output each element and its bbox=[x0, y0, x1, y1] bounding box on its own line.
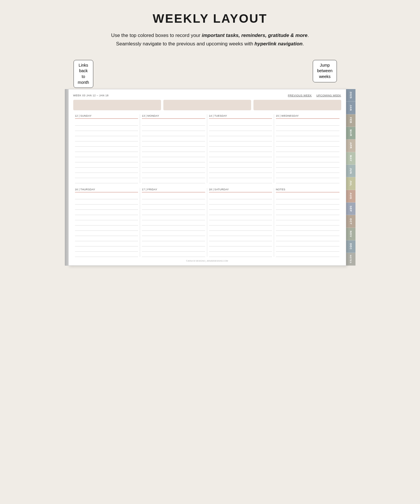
tab-aug[interactable]: AUG bbox=[346, 190, 355, 203]
line bbox=[209, 141, 272, 147]
line bbox=[142, 241, 205, 246]
line bbox=[276, 152, 339, 157]
color-box-2[interactable] bbox=[163, 100, 251, 110]
line bbox=[209, 157, 272, 162]
line bbox=[142, 226, 205, 231]
line bbox=[142, 120, 205, 126]
week-nav: PREVIOUS WEEK UPCOMING WEEK bbox=[288, 94, 341, 97]
line bbox=[209, 220, 272, 226]
right-callout-box: Jump betweenweeks bbox=[313, 60, 337, 82]
day-wednesday: 15 | WEDNESDAY bbox=[274, 114, 341, 183]
line bbox=[75, 162, 138, 168]
description: Use the top colored boxes to record your… bbox=[111, 31, 309, 48]
line bbox=[142, 162, 205, 168]
day-saturday: 18 | SATURDAY bbox=[207, 188, 274, 257]
week-header: WEEK 03 JAN 12 – JAN 18 PREVIOUS WEEK UP… bbox=[73, 94, 341, 97]
week-label[interactable]: WEEK 03 JAN 12 – JAN 18 bbox=[73, 94, 109, 97]
line bbox=[142, 157, 205, 162]
tab-oct[interactable]: OCT bbox=[346, 215, 355, 228]
line bbox=[75, 131, 138, 136]
line bbox=[142, 173, 205, 178]
tab-jan[interactable]: JAN bbox=[346, 102, 355, 114]
tab-apr[interactable]: APR bbox=[346, 139, 355, 152]
line bbox=[209, 131, 272, 136]
line bbox=[209, 241, 272, 246]
color-box-1[interactable] bbox=[73, 100, 161, 110]
tab-dec[interactable]: DEC bbox=[346, 240, 355, 253]
line bbox=[276, 226, 339, 231]
line bbox=[142, 194, 205, 199]
line bbox=[276, 236, 339, 241]
line bbox=[142, 252, 205, 257]
tab-mar[interactable]: MAR bbox=[346, 127, 355, 139]
tab-jul[interactable]: JUL bbox=[346, 177, 355, 190]
notes-column: NOTES bbox=[274, 188, 341, 257]
line bbox=[209, 246, 272, 252]
tab-sep[interactable]: SEP bbox=[346, 203, 355, 215]
line bbox=[142, 136, 205, 141]
tab-nov[interactable]: NOV bbox=[346, 228, 355, 240]
desc-line2: Seamlessly navigate to the previous and … bbox=[116, 41, 304, 47]
planner-main: WEEK 03 JAN 12 – JAN 18 PREVIOUS WEEK UP… bbox=[68, 89, 346, 266]
day-monday-header: 13 | MONDAY bbox=[142, 114, 205, 119]
day-tuesday: 14 | TUESDAY bbox=[207, 114, 274, 183]
line bbox=[209, 152, 272, 157]
line bbox=[209, 168, 272, 173]
day-wednesday-lines bbox=[276, 120, 339, 183]
previous-week-link[interactable]: PREVIOUS WEEK bbox=[288, 94, 312, 97]
line bbox=[142, 126, 205, 131]
day-sunday-header: 12 | SUNDAY bbox=[75, 114, 138, 119]
line bbox=[142, 141, 205, 147]
line bbox=[142, 236, 205, 241]
planner-footer: ©JENA W DESIGNS | JENAWDESIGNS.COM bbox=[73, 260, 341, 262]
line bbox=[75, 168, 138, 173]
line bbox=[142, 168, 205, 173]
notes-lines bbox=[276, 194, 339, 257]
line bbox=[276, 215, 339, 220]
line bbox=[276, 157, 339, 162]
planner-wrapper: WEEK 03 JAN 12 – JAN 18 PREVIOUS WEEK UP… bbox=[65, 89, 355, 266]
day-thursday-header: 16 | THURSDAY bbox=[75, 188, 138, 192]
left-callout-box: Links backto month bbox=[74, 60, 94, 88]
line bbox=[75, 210, 138, 215]
line bbox=[75, 215, 138, 220]
page-container: WEEKLY LAYOUT Use the top colored boxes … bbox=[65, 12, 355, 266]
line bbox=[276, 231, 339, 236]
line bbox=[276, 199, 339, 205]
upcoming-week-link[interactable]: UPCOMING WEEK bbox=[316, 94, 341, 97]
tab-may[interactable]: MAY bbox=[346, 152, 355, 165]
day-saturday-header: 18 | SATURDAY bbox=[209, 188, 272, 192]
colored-boxes-row bbox=[73, 100, 341, 110]
line bbox=[209, 136, 272, 141]
tab-jun[interactable]: JUN bbox=[346, 165, 355, 177]
line bbox=[142, 210, 205, 215]
line bbox=[276, 168, 339, 173]
line bbox=[276, 246, 339, 252]
line bbox=[276, 141, 339, 147]
line bbox=[276, 194, 339, 199]
notes-header: NOTES bbox=[276, 188, 339, 192]
line bbox=[209, 215, 272, 220]
line bbox=[142, 220, 205, 226]
day-tuesday-header: 14 | TUESDAY bbox=[209, 114, 272, 119]
tab-notes[interactable]: NOTES bbox=[346, 253, 355, 265]
line bbox=[276, 136, 339, 141]
tab-2025[interactable]: 2025 bbox=[346, 89, 355, 102]
tab-feb[interactable]: FEB bbox=[346, 114, 355, 127]
line bbox=[142, 205, 205, 210]
line bbox=[75, 152, 138, 157]
line bbox=[276, 241, 339, 246]
day-friday: 17 | FRIDAY bbox=[140, 188, 207, 257]
line bbox=[276, 205, 339, 210]
line bbox=[75, 120, 138, 126]
day-tuesday-lines bbox=[209, 120, 272, 183]
color-box-3[interactable] bbox=[253, 100, 341, 110]
page-title: WEEKLY LAYOUT bbox=[153, 12, 267, 26]
line bbox=[209, 194, 272, 199]
line bbox=[209, 147, 272, 152]
line bbox=[276, 178, 339, 183]
day-wednesday-header: 15 | WEDNESDAY bbox=[276, 114, 339, 119]
line bbox=[75, 236, 138, 241]
line bbox=[209, 210, 272, 215]
bottom-days-grid: 16 | THURSDAY bbox=[73, 188, 341, 257]
